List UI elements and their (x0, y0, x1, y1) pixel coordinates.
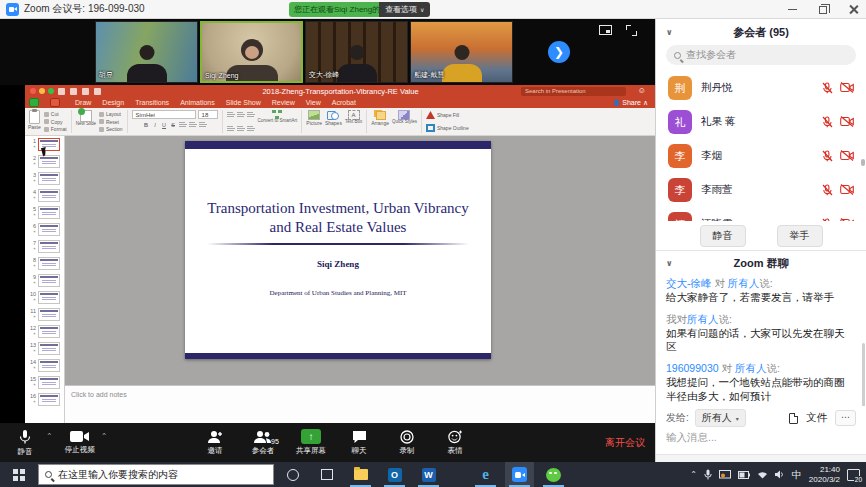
slide-thumbnail[interactable]: 14✶ (25, 359, 64, 376)
quick-access-icons[interactable] (58, 88, 101, 95)
action-center-icon[interactable]: 20 (847, 469, 860, 481)
mac-minimize-icon[interactable] (39, 88, 45, 94)
paste-button[interactable]: Paste (28, 110, 41, 133)
chat-input[interactable]: 输入消息... (666, 431, 856, 445)
save-icon[interactable] (70, 88, 77, 95)
volume-icon[interactable] (775, 470, 785, 479)
redo-icon[interactable] (94, 88, 101, 95)
record-button[interactable]: 录制 (390, 423, 424, 462)
line-spacing-button[interactable] (247, 125, 255, 132)
strikethrough-button[interactable]: S (170, 121, 177, 129)
ime-indicator[interactable]: 中 (792, 468, 802, 482)
slide-thumbnail-panel[interactable]: 1✶ 2✶ 3✶ 4✶ 5✶ 6✶ 7✶ (25, 136, 65, 429)
video-tile[interactable]: 胡昱 (95, 21, 198, 83)
ppt-tab[interactable]: Transitions (135, 99, 169, 106)
copy-button[interactable]: Copy (44, 119, 67, 125)
format-painter-button[interactable]: Format (44, 126, 67, 132)
slide-thumbnail[interactable]: 2✶ (25, 155, 64, 172)
slide-thumbnail[interactable]: 16✶ (25, 393, 64, 410)
italic-button[interactable]: I (152, 121, 159, 129)
participants-button[interactable]: 95 参会者 (246, 423, 280, 462)
bullets-button[interactable] (227, 111, 235, 118)
tray-microphone-icon[interactable] (704, 469, 712, 480)
mute-options-chevron[interactable]: ⌃ (46, 433, 53, 440)
font-name-select[interactable]: SimHei (132, 110, 196, 119)
stop-video-button[interactable]: 停止视频 (63, 423, 97, 462)
slide-thumbnail[interactable]: 1✶ (25, 138, 64, 155)
wechat-button[interactable] (539, 462, 568, 487)
ppt-tab[interactable]: Review (272, 99, 295, 106)
quick-styles-button[interactable]: Quick Styles (392, 110, 417, 133)
fullscreen-icon[interactable] (626, 25, 637, 36)
slide-thumbnail[interactable]: 10✶ (25, 291, 64, 308)
mute-button[interactable]: 静音 (8, 423, 42, 462)
participant-row[interactable]: 汪 汪晓雪 (656, 207, 866, 221)
video-options-chevron[interactable]: ⌃ (101, 433, 108, 440)
raise-hand-button[interactable]: 举手 (777, 225, 823, 247)
shape-outline-button[interactable]: Shape Outline (426, 124, 469, 132)
video-tile[interactable]: 船建-戴慧 (410, 21, 513, 83)
indent-button[interactable] (247, 111, 255, 118)
word-button[interactable]: W (414, 462, 443, 487)
close-button[interactable] (849, 5, 858, 14)
cut-button[interactable]: Cut (44, 111, 67, 117)
ppt-share-button[interactable]: Share ∧ (613, 99, 648, 107)
highlight-button[interactable] (189, 121, 197, 128)
maximize-button[interactable] (819, 6, 827, 14)
ppt-tab[interactable]: Acrobat (332, 99, 356, 106)
numbering-button[interactable] (237, 111, 245, 118)
layout-button[interactable]: Layout (99, 111, 123, 117)
tray-display-share-icon[interactable] (719, 470, 731, 480)
taskbar-clock[interactable]: 21:40 2020/3/2 (809, 465, 840, 485)
participant-row[interactable]: 李 李雨萱 (656, 173, 866, 207)
wifi-icon[interactable] (757, 470, 768, 479)
new-slide-button[interactable]: New Slide (76, 110, 96, 133)
mac-zoom-icon[interactable] (48, 88, 54, 94)
convert-smartart-button[interactable]: Convert to SmartArt (258, 110, 298, 133)
undo-icon[interactable] (82, 88, 89, 95)
align-center-button[interactable] (237, 125, 245, 132)
insert-textbox-button[interactable]: AText Box (345, 110, 362, 133)
slide-thumbnail[interactable]: 3✶ (25, 172, 64, 189)
task-view-button[interactable] (312, 462, 341, 487)
text-effects-button[interactable] (179, 121, 187, 128)
arrange-button[interactable]: Arrange (371, 110, 389, 133)
participant-search-input[interactable]: 查找参会者 (666, 45, 856, 65)
bold-button[interactable]: B (143, 121, 150, 129)
ppt-tab[interactable]: View (306, 99, 321, 106)
feedback-smiley-icon[interactable]: ☺ (638, 86, 646, 96)
ppt-tab[interactable]: Design (102, 99, 124, 106)
collapse-participants-chevron[interactable]: ∨ (666, 28, 673, 37)
ppt-tab[interactable]: Animations (180, 99, 215, 106)
leave-meeting-button[interactable]: 离开会议 (605, 423, 645, 462)
shape-fill-button[interactable]: Shape Fill (426, 111, 469, 119)
slide-thumbnail[interactable]: 5✶ (25, 206, 64, 223)
slide-thumbnail[interactable]: 11✶ (25, 308, 64, 325)
chat-more-button[interactable]: ⋯ (835, 410, 856, 426)
section-button[interactable]: Section (99, 126, 123, 132)
insert-shapes-button[interactable]: Shapes (325, 110, 342, 133)
mac-close-icon[interactable] (30, 88, 36, 94)
battery-icon[interactable] (738, 471, 750, 479)
align-left-button[interactable] (227, 125, 235, 132)
start-button[interactable] (0, 462, 38, 487)
slide-thumbnail[interactable]: 9✶ (25, 274, 64, 291)
reactions-button[interactable]: 表情 (438, 423, 472, 462)
send-to-dropdown[interactable]: 所有人▾ (695, 409, 746, 427)
font-format-buttons[interactable]: B I U S (143, 121, 207, 129)
outlook-button[interactable]: O (380, 462, 409, 487)
chat-button[interactable]: 聊天 (342, 423, 376, 462)
video-tile[interactable]: Siqi Zheng (200, 21, 303, 83)
file-explorer-button[interactable] (346, 462, 375, 487)
participant-row[interactable]: 李 李烟 (656, 139, 866, 173)
ppt-search-box[interactable]: Search in Presentation (521, 87, 626, 96)
participant-list[interactable]: 荆 荆丹悦 礼 礼果 蒋 李 李烟 李 李雨萱 汪 汪晓雪 (656, 71, 866, 221)
ppt-tab[interactable]: Slide Show (226, 99, 261, 106)
slide-thumbnail[interactable]: 12✶ (25, 325, 64, 342)
chat-scrollbar[interactable] (862, 343, 865, 406)
share-screen-button[interactable]: ↑ 共享屏幕 (294, 423, 328, 462)
slide-thumbnail[interactable]: 8✶ (25, 257, 64, 274)
font-color-button[interactable] (199, 121, 207, 128)
invite-button[interactable]: 邀请 (198, 423, 232, 462)
participant-row[interactable]: 礼 礼果 蒋 (656, 105, 866, 139)
